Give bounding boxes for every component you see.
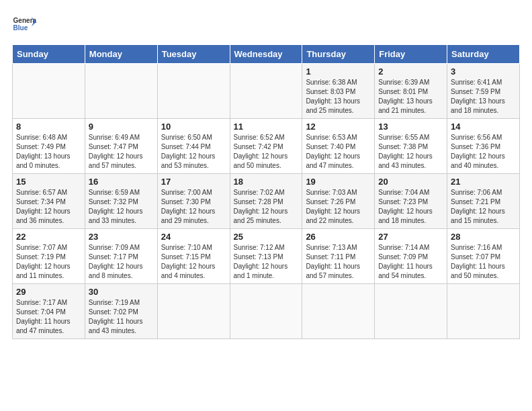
empty-cell [13,64,85,119]
day-number: 25 [234,232,299,242]
day-number: 19 [306,177,371,187]
day-number: 21 [451,177,516,187]
day-number: 27 [378,232,443,242]
calendar-day-cell: 1Sunrise: 6:38 AMSunset: 8:03 PMDaylight… [302,64,375,119]
calendar-day-cell: 30Sunrise: 7:19 AMSunset: 7:02 PMDayligh… [85,284,157,339]
day-info: Sunrise: 6:39 AMSunset: 8:01 PMDaylight:… [378,78,443,116]
calendar-day-cell: 28Sunrise: 7:16 AMSunset: 7:07 PMDayligh… [447,229,520,284]
day-number: 12 [306,122,371,132]
day-info: Sunrise: 7:17 AMSunset: 7:04 PMDaylight:… [16,298,81,336]
calendar-day-cell: 22Sunrise: 7:07 AMSunset: 7:19 PMDayligh… [13,229,85,284]
day-number: 8 [16,122,81,132]
calendar-day-cell: 10Sunrise: 6:50 AMSunset: 7:44 PMDayligh… [157,119,230,174]
day-number: 24 [161,232,226,242]
day-number: 30 [89,287,154,297]
calendar-day-cell: 17Sunrise: 7:00 AMSunset: 7:30 PMDayligh… [157,174,230,229]
calendar-day-cell: 29Sunrise: 7:17 AMSunset: 7:04 PMDayligh… [13,284,85,339]
calendar-day-cell: 26Sunrise: 7:13 AMSunset: 7:11 PMDayligh… [302,229,375,284]
calendar-day-cell: 20Sunrise: 7:04 AMSunset: 7:23 PMDayligh… [375,174,447,229]
svg-text:Blue: Blue [13,24,28,32]
day-info: Sunrise: 6:38 AMSunset: 8:03 PMDaylight:… [306,78,371,116]
calendar-day-header: Thursday [302,45,375,64]
day-number: 13 [378,122,443,132]
calendar-day-cell: 15Sunrise: 6:57 AMSunset: 7:34 PMDayligh… [13,174,85,229]
day-info: Sunrise: 7:09 AMSunset: 7:17 PMDaylight:… [89,243,154,281]
day-number: 17 [161,177,226,187]
calendar-day-cell: 11Sunrise: 6:52 AMSunset: 7:42 PMDayligh… [230,119,302,174]
calendar-day-header: Tuesday [157,45,230,64]
day-info: Sunrise: 6:57 AMSunset: 7:34 PMDaylight:… [16,188,81,226]
day-info: Sunrise: 7:16 AMSunset: 7:07 PMDaylight:… [451,243,516,281]
empty-cell [447,284,520,339]
calendar-day-cell: 19Sunrise: 7:03 AMSunset: 7:26 PMDayligh… [302,174,375,229]
empty-cell [85,64,157,119]
calendar-day-cell: 21Sunrise: 7:06 AMSunset: 7:21 PMDayligh… [447,174,520,229]
day-info: Sunrise: 6:41 AMSunset: 7:59 PMDaylight:… [451,78,516,116]
header: General Blue [12,12,520,36]
calendar-week-row: 8Sunrise: 6:48 AMSunset: 7:49 PMDaylight… [13,119,520,174]
calendar-day-header: Saturday [447,45,520,64]
day-number: 18 [234,177,299,187]
day-number: 20 [378,177,443,187]
calendar-day-header: Wednesday [230,45,302,64]
day-info: Sunrise: 7:03 AMSunset: 7:26 PMDaylight:… [306,188,371,226]
day-info: Sunrise: 6:56 AMSunset: 7:36 PMDaylight:… [451,133,516,171]
day-info: Sunrise: 6:48 AMSunset: 7:49 PMDaylight:… [16,133,81,171]
empty-cell [375,284,447,339]
day-info: Sunrise: 7:07 AMSunset: 7:19 PMDaylight:… [16,243,81,281]
day-info: Sunrise: 7:02 AMSunset: 7:28 PMDaylight:… [234,188,299,226]
day-number: 14 [451,122,516,132]
page-container: General Blue SundayMondayTuesdayWednesda… [0,0,532,346]
calendar-day-cell: 9Sunrise: 6:49 AMSunset: 7:47 PMDaylight… [85,119,157,174]
calendar-day-cell: 3Sunrise: 6:41 AMSunset: 7:59 PMDaylight… [447,64,520,119]
day-number: 3 [451,66,516,77]
calendar-day-header: Monday [85,45,157,64]
calendar-day-cell: 24Sunrise: 7:10 AMSunset: 7:15 PMDayligh… [157,229,230,284]
calendar-week-row: 29Sunrise: 7:17 AMSunset: 7:04 PMDayligh… [13,284,520,339]
day-number: 23 [89,232,154,242]
empty-cell [157,64,230,119]
day-number: 22 [16,232,81,242]
day-info: Sunrise: 7:00 AMSunset: 7:30 PMDaylight:… [161,188,226,226]
svg-text:General: General [13,17,36,24]
day-number: 16 [89,177,154,187]
day-info: Sunrise: 7:13 AMSunset: 7:11 PMDaylight:… [306,243,371,281]
empty-cell [230,64,302,119]
calendar-day-cell: 8Sunrise: 6:48 AMSunset: 7:49 PMDaylight… [13,119,85,174]
day-number: 29 [16,287,81,297]
day-number: 11 [234,122,299,132]
logo-icon: General Blue [12,12,36,36]
calendar-day-cell: 16Sunrise: 6:59 AMSunset: 7:32 PMDayligh… [85,174,157,229]
day-number: 1 [306,66,371,77]
calendar-day-cell: 12Sunrise: 6:53 AMSunset: 7:40 PMDayligh… [302,119,375,174]
day-number: 9 [89,122,154,132]
empty-cell [157,284,230,339]
calendar-header-row: SundayMondayTuesdayWednesdayThursdayFrid… [13,45,520,64]
day-info: Sunrise: 6:50 AMSunset: 7:44 PMDaylight:… [161,133,226,171]
calendar-day-cell: 14Sunrise: 6:56 AMSunset: 7:36 PMDayligh… [447,119,520,174]
calendar-week-row: 1Sunrise: 6:38 AMSunset: 8:03 PMDaylight… [13,64,520,119]
calendar-day-cell: 25Sunrise: 7:12 AMSunset: 7:13 PMDayligh… [230,229,302,284]
calendar-day-header: Sunday [13,45,85,64]
calendar-day-cell: 23Sunrise: 7:09 AMSunset: 7:17 PMDayligh… [85,229,157,284]
day-info: Sunrise: 6:59 AMSunset: 7:32 PMDaylight:… [89,188,154,226]
calendar-week-row: 15Sunrise: 6:57 AMSunset: 7:34 PMDayligh… [13,174,520,229]
empty-cell [302,284,375,339]
day-info: Sunrise: 7:06 AMSunset: 7:21 PMDaylight:… [451,188,516,226]
day-info: Sunrise: 6:53 AMSunset: 7:40 PMDaylight:… [306,133,371,171]
calendar-table: SundayMondayTuesdayWednesdayThursdayFrid… [12,44,520,339]
logo: General Blue [12,12,36,36]
day-info: Sunrise: 7:19 AMSunset: 7:02 PMDaylight:… [89,298,154,336]
day-info: Sunrise: 7:14 AMSunset: 7:09 PMDaylight:… [378,243,443,281]
day-number: 15 [16,177,81,187]
calendar-day-cell: 18Sunrise: 7:02 AMSunset: 7:28 PMDayligh… [230,174,302,229]
day-number: 2 [378,66,443,77]
day-number: 10 [161,122,226,132]
day-info: Sunrise: 6:49 AMSunset: 7:47 PMDaylight:… [89,133,154,171]
calendar-day-cell: 27Sunrise: 7:14 AMSunset: 7:09 PMDayligh… [375,229,447,284]
day-number: 28 [451,232,516,242]
empty-cell [230,284,302,339]
day-info: Sunrise: 7:12 AMSunset: 7:13 PMDaylight:… [234,243,299,281]
calendar-week-row: 22Sunrise: 7:07 AMSunset: 7:19 PMDayligh… [13,229,520,284]
calendar-day-cell: 2Sunrise: 6:39 AMSunset: 8:01 PMDaylight… [375,64,447,119]
